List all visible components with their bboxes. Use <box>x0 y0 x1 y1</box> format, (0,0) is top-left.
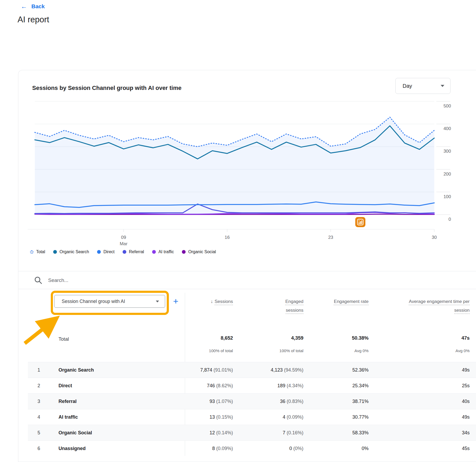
dashed-circle-icon <box>30 250 34 254</box>
row-engaged-sessions: 0 (0%) <box>269 441 303 456</box>
x-axis-sublabel: Mar <box>120 241 128 246</box>
row-channel-name: Organic Search <box>59 362 94 378</box>
row-engagement-rate: 58.33% <box>331 425 369 441</box>
total-engagement-rate: 50.38% <box>331 335 369 341</box>
row-sessions: 13 (0.15%) <box>180 409 233 425</box>
y-axis-label: 200 <box>444 172 451 177</box>
x-axis-label: 30 <box>432 235 437 240</box>
sessions-over-time-chart[interactable]: 500400300200100009Mar162330 <box>18 97 476 262</box>
granularity-select[interactable]: Day <box>395 78 450 94</box>
table-body: 1Organic Search7,874 (91.01%)4,123 (94.5… <box>28 362 476 456</box>
y-axis-label: 400 <box>444 126 451 131</box>
y-axis-label: 100 <box>444 194 451 199</box>
row-rank: 6 <box>37 441 40 456</box>
back-arrow-icon: ← <box>21 3 27 10</box>
row-rank: 2 <box>37 378 40 394</box>
total-sessions-sub: 100% of total <box>180 348 233 353</box>
legend-item-direct[interactable]: Direct <box>97 249 115 254</box>
row-rank: 4 <box>37 409 40 425</box>
legend-item-ai-traffic[interactable]: AI traffic <box>152 249 174 254</box>
row-sessions: 12 (0.14%) <box>180 425 233 441</box>
row-avg-engagement-time: 25s <box>398 378 470 394</box>
row-rank: 5 <box>37 425 40 441</box>
search-icon <box>34 276 43 285</box>
back-link[interactable]: ← Back <box>21 3 45 10</box>
y-axis-label: 0 <box>449 217 451 222</box>
sort-descending-icon: ↓ <box>211 297 213 306</box>
table-row[interactable]: 1Organic Search7,874 (91.01%)4,123 (94.5… <box>28 362 476 378</box>
series-dot-icon <box>53 250 57 254</box>
row-engaged-sessions: 7 (0.16%) <box>269 425 303 441</box>
row-channel-name: Direct <box>59 378 72 394</box>
x-axis-label: 23 <box>328 235 333 240</box>
search-bar <box>18 271 476 289</box>
row-rank: 1 <box>37 362 40 378</box>
row-engagement-rate: 30.77% <box>331 409 369 425</box>
row-engagement-rate: 52.36% <box>331 362 369 378</box>
total-avg-time-sub: Avg 0% <box>398 348 470 353</box>
legend-label: AI traffic <box>158 249 174 254</box>
row-sessions: 746 (8.62%) <box>180 378 233 394</box>
legend-label: Organic Search <box>60 249 89 254</box>
row-channel-name: Unassigned <box>59 441 86 456</box>
dimension-select[interactable]: Session Channel group with AI <box>54 295 165 308</box>
dimension-value: Session Channel group with AI <box>62 299 125 304</box>
series-dot-icon <box>123 250 126 254</box>
series-dot-icon <box>152 250 156 254</box>
insights-chart-icon[interactable] <box>355 217 365 227</box>
row-channel-name: Organic Social <box>59 425 92 441</box>
row-engagement-rate: 38.71% <box>331 394 369 409</box>
column-header-avg-engagement-time[interactable]: Average engagement time per session <box>398 297 470 315</box>
row-engaged-sessions: 4,123 (94.59%) <box>269 362 303 378</box>
annotation-arrow <box>18 310 80 360</box>
page-title: AI report <box>18 15 49 24</box>
table-row[interactable]: 3Referral93 (1.07%)36 (0.83%)38.71%40s <box>28 393 476 409</box>
y-axis-label: 300 <box>444 149 451 154</box>
chart-legend: TotalOrganic SearchDirectReferralAI traf… <box>30 249 216 254</box>
table-row[interactable]: 6Unassigned8 (0.09%)0 (0%)0%45s <box>28 440 476 456</box>
row-engaged-sessions: 36 (0.83%) <box>269 394 303 409</box>
table-row[interactable]: 5Organic Social12 (0.14%)7 (0.16%)58.33%… <box>28 425 476 440</box>
legend-label: Referral <box>129 249 144 254</box>
chevron-down-icon <box>156 301 159 302</box>
row-avg-engagement-time: 49s <box>398 409 470 425</box>
legend-item-organic-social[interactable]: Organic Social <box>182 249 216 254</box>
row-sessions: 93 (1.07%) <box>180 394 233 409</box>
row-channel-name: AI traffic <box>59 409 78 425</box>
search-input[interactable] <box>48 275 287 286</box>
total-engaged-sessions: 4,359 <box>269 335 303 341</box>
legend-label: Organic Social <box>188 249 216 254</box>
x-axis-label: 16 <box>225 235 230 240</box>
granularity-value: Day <box>403 83 412 89</box>
row-avg-engagement-time: 49s <box>398 362 470 378</box>
row-channel-name: Referral <box>59 394 77 409</box>
table-row[interactable]: 2Direct746 (8.62%)189 (4.34%)25.34%25s <box>28 378 476 393</box>
row-engagement-rate: 0% <box>331 441 369 456</box>
series-dot-icon <box>182 250 186 254</box>
legend-label: Total <box>36 249 45 254</box>
row-engaged-sessions: 189 (4.34%) <box>269 378 303 394</box>
column-header-sessions[interactable]: ↓Sessions <box>180 297 233 306</box>
table-row[interactable]: 4AI traffic13 (0.15%)4 (0.09%)30.77%49s <box>28 409 476 425</box>
legend-label: Direct <box>103 249 115 254</box>
legend-item-total[interactable]: Total <box>30 249 45 254</box>
legend-item-referral[interactable]: Referral <box>123 249 144 254</box>
chart-title: Sessions by Session Channel group with A… <box>32 85 182 91</box>
row-engagement-rate: 25.34% <box>331 378 369 394</box>
column-header-engagement-rate[interactable]: Engagement rate <box>331 297 369 306</box>
y-axis-label: 500 <box>444 103 451 109</box>
total-engaged-sub: 100% of total <box>269 348 303 353</box>
report-card: Sessions by Session Channel group with A… <box>18 70 476 462</box>
back-label: Back <box>31 3 45 10</box>
legend-item-organic-search[interactable]: Organic Search <box>53 249 89 254</box>
row-engaged-sessions: 4 (0.09%) <box>269 409 303 425</box>
series-dot-icon <box>97 250 101 254</box>
row-avg-engagement-time: 45s <box>398 441 470 456</box>
row-avg-engagement-time: 34s <box>398 425 470 441</box>
column-header-engaged-sessions[interactable]: Engaged sessions <box>269 297 303 315</box>
row-sessions: 8 (0.09%) <box>180 441 233 456</box>
total-avg-engagement-time: 47s <box>398 335 470 341</box>
chevron-down-icon <box>441 85 444 87</box>
total-rate-sub: Avg 0% <box>331 348 369 353</box>
row-rank: 3 <box>37 394 40 409</box>
